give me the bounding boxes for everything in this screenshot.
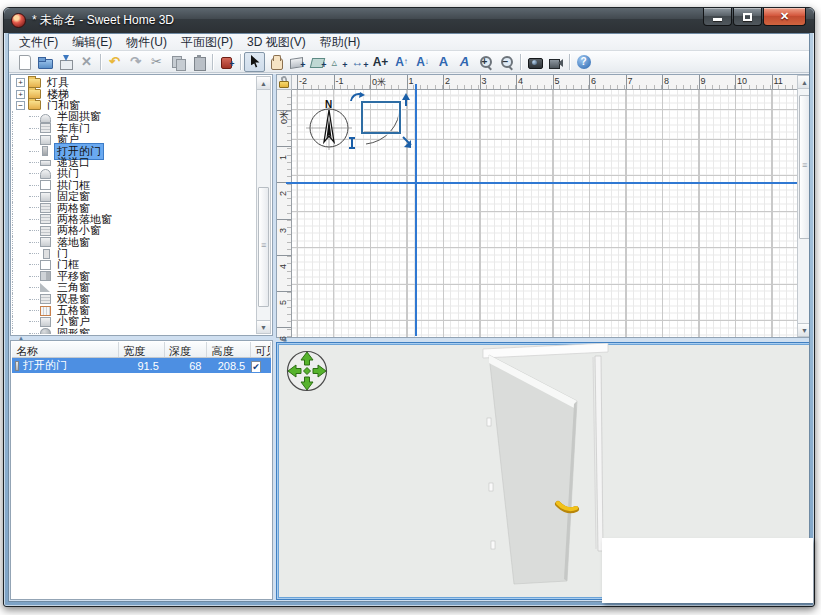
column-header-0[interactable]: 名称: [12, 342, 119, 357]
create-rooms-button[interactable]: [307, 52, 328, 72]
catalog-scroll-thumb[interactable]: [258, 187, 269, 307]
mouse-y-indicator: [286, 182, 810, 184]
ruler-label: 2: [445, 76, 450, 86]
menu-item-3[interactable]: 平面图(P): [174, 33, 240, 52]
compass-icon[interactable]: N: [306, 98, 352, 150]
catalog-item[interactable]: 双悬窗: [12, 293, 256, 304]
help-button[interactable]: [573, 52, 594, 72]
redo-button[interactable]: ↷: [125, 52, 146, 72]
zoom-out-button[interactable]: −: [496, 52, 517, 72]
add-texts-button[interactable]: A+: [370, 52, 391, 72]
plan-lock-corner[interactable]: [277, 75, 292, 90]
paste-button[interactable]: [188, 52, 209, 72]
minimize-button[interactable]: [703, 8, 732, 26]
selected-door-object[interactable]: [348, 92, 414, 154]
catalog-item[interactable]: 门: [12, 248, 256, 259]
undo-button[interactable]: ↶: [104, 52, 125, 72]
cut-button[interactable]: ✂: [146, 52, 167, 72]
title-bar[interactable]: * 未命名 - Sweet Home 3D ✕: [4, 8, 814, 33]
zoom-in-button[interactable]: +: [475, 52, 496, 72]
ruler-label: 7: [628, 76, 633, 86]
ruler-tick: [516, 75, 517, 89]
undo-icon: ↶: [107, 54, 123, 70]
save-button[interactable]: [55, 52, 76, 72]
catalog-item[interactable]: 三角窗: [12, 282, 256, 293]
tree-connector: [29, 185, 39, 186]
plan-scrollbar[interactable]: ▲ ▼: [797, 75, 810, 337]
catalog-item[interactable]: 两格小窗: [12, 225, 256, 236]
column-header-1[interactable]: 宽度: [119, 342, 165, 357]
ruler-tick: [662, 75, 663, 89]
ruler-label: 10: [737, 76, 747, 86]
catalog-item[interactable]: 门框: [12, 259, 256, 270]
catalog-item[interactable]: 五格窗: [12, 305, 256, 316]
add-furniture-button[interactable]: [216, 52, 237, 72]
decrease-text-size-button[interactable]: A: [412, 52, 433, 72]
close-button[interactable]: ✕: [763, 8, 806, 26]
italic-button[interactable]: A: [454, 52, 475, 72]
tree-toggle-icon[interactable]: +: [16, 78, 25, 87]
copy-button[interactable]: [167, 52, 188, 72]
menu-item-1[interactable]: 编辑(E): [65, 33, 119, 52]
catalog-item[interactable]: 车库门: [12, 123, 256, 134]
catalog-item[interactable]: 拱门: [12, 168, 256, 179]
catalog-item[interactable]: 两格窗: [12, 202, 256, 213]
menu-item-5[interactable]: 帮助(H): [313, 33, 368, 52]
help-icon: [576, 54, 592, 70]
tree-connector: [29, 321, 39, 322]
catalog-item[interactable]: 固定窗: [12, 191, 256, 202]
column-header-2[interactable]: 深度: [165, 342, 208, 357]
tree-connector: [29, 299, 39, 300]
catalog-item[interactable]: 窗户: [12, 134, 256, 145]
scroll-up-icon[interactable]: ▲: [257, 77, 270, 90]
menu-item-2[interactable]: 物件(U): [119, 33, 174, 52]
new-button[interactable]: [13, 52, 34, 72]
scroll-down-icon[interactable]: ▼: [257, 320, 270, 333]
table-row[interactable]: 打开的门91.568208.5✔: [12, 358, 271, 373]
catalog-scrollbar[interactable]: ▲ ▼: [256, 76, 271, 334]
menu-item-0[interactable]: 文件(F): [12, 33, 65, 52]
tree-toggle-icon[interactable]: −: [16, 101, 25, 110]
plan-scroll-thumb[interactable]: [799, 95, 810, 239]
furniture-value-cell: 208.5: [207, 360, 251, 372]
catalog-item[interactable]: 半圆拱窗: [12, 111, 256, 122]
catalog-category-2[interactable]: −门和窗: [12, 100, 256, 111]
ruler-tick: [553, 75, 554, 89]
column-header-4[interactable]: 可见: [251, 342, 271, 357]
sliding-icon: [40, 271, 51, 281]
create-video-button[interactable]: [545, 52, 566, 72]
menu-item-4[interactable]: 3D 视图(V): [240, 33, 313, 52]
ruler-label: 0米: [372, 76, 386, 89]
create-polylines-button[interactable]: [328, 52, 349, 72]
plan-canvas[interactable]: N: [292, 90, 797, 337]
garage-icon: [40, 203, 51, 213]
create-dimensions-button[interactable]: [349, 52, 370, 72]
catalog-item[interactable]: 落地窗: [12, 236, 256, 247]
catalog-item[interactable]: 打开的门: [12, 145, 256, 156]
catalog-item[interactable]: 圆形窗: [12, 328, 256, 334]
tree-indent: [12, 168, 29, 179]
preferences-icon: ✕: [79, 54, 95, 70]
catalog-item[interactable]: 平移窗: [12, 271, 256, 282]
catalog-item[interactable]: 拱门框: [12, 180, 256, 191]
column-header-3[interactable]: 高度: [207, 342, 251, 357]
bold-button[interactable]: A: [433, 52, 454, 72]
maximize-button[interactable]: [733, 8, 762, 26]
tree-indent: [12, 293, 29, 304]
tree-indent: [12, 271, 29, 282]
plan-view-panel[interactable]: -2-10米1234567891011 0米123456 N: [276, 74, 810, 338]
create-walls-button[interactable]: [286, 52, 307, 72]
visible-checkbox[interactable]: ✔: [251, 361, 261, 372]
increase-text-size-button[interactable]: A: [391, 52, 412, 72]
catalog-item[interactable]: 两格落地窗: [12, 214, 256, 225]
tree-toggle-icon[interactable]: +: [16, 90, 25, 99]
catalog-item[interactable]: 小窗户: [12, 316, 256, 327]
create-photo-button[interactable]: [524, 52, 545, 72]
catalog-item[interactable]: 递送口: [12, 157, 256, 168]
open-button[interactable]: [34, 52, 55, 72]
scroll-down-icon[interactable]: ▼: [798, 323, 810, 336]
preferences-button[interactable]: ✕: [76, 52, 97, 72]
pan-button[interactable]: [265, 52, 286, 72]
scroll-up-icon[interactable]: ▲: [798, 76, 810, 89]
select-button[interactable]: [244, 52, 265, 72]
